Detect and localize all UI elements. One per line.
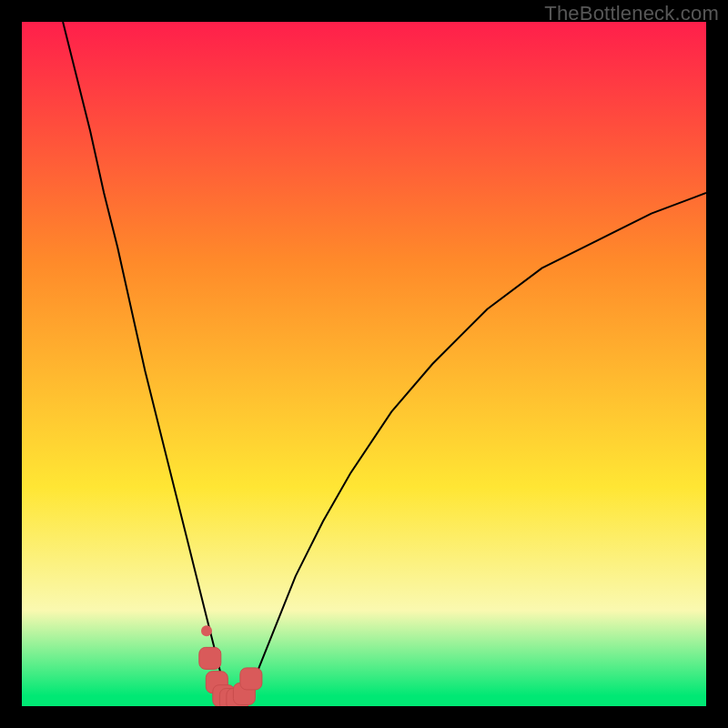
gradient-bg bbox=[22, 22, 706, 706]
marker-point bbox=[199, 647, 221, 669]
chart-frame bbox=[22, 22, 706, 706]
marker-point bbox=[240, 668, 262, 690]
watermark-text: TheBottleneck.com bbox=[544, 2, 719, 25]
marker-dot bbox=[201, 625, 212, 636]
bottleneck-plot bbox=[22, 22, 706, 706]
